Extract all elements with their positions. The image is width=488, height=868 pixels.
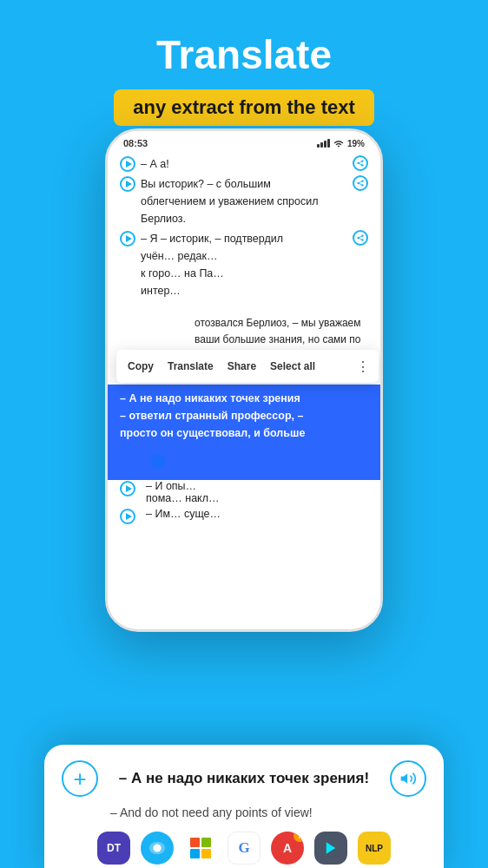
text-content-2: Вы историк? – с большимоблегчением и ува… [141,175,353,227]
app-nlp[interactable]: NLP [358,832,391,865]
card-original-text: – А не надо никаких точек зрения! [110,769,378,788]
app-bubble[interactable] [141,832,174,865]
anytrans-label: A [283,841,292,855]
context-select-all[interactable]: Select all [264,357,321,376]
app-google-translate[interactable]: G [228,832,260,865]
context-translate[interactable]: Translate [162,357,220,376]
context-copy[interactable]: Copy [122,357,160,376]
play-btn-3[interactable] [120,231,135,247]
share-btn-3[interactable] [353,230,368,246]
svg-line-14 [359,238,363,240]
text-line-3: – Я – историк, – подтвердилучён… редак…к… [120,230,368,299]
bubble-icon [148,838,167,858]
svg-line-9 [359,183,363,185]
context-more-icon[interactable]: ⋮ [353,358,373,375]
app-prompt[interactable] [314,832,347,865]
google-g-icon: G [238,839,249,857]
play-btn-5[interactable] [120,509,135,524]
text-line-1: – А а! [120,155,368,173]
svg-marker-17 [326,842,336,854]
app-icons-row: DT G A 7 NLP [62,832,426,865]
text-content-5: – Им… суще… [146,508,221,520]
text-line-2: Вы историк? – с большимоблегчением и ува… [120,175,368,227]
svg-line-4 [359,163,363,165]
text-content-3: – Я – историк, – подтвердилучён… редак…к… [141,230,353,299]
signal-icon [317,139,330,148]
svg-line-13 [359,236,363,238]
play-btn-2[interactable] [120,176,135,192]
wifi-icon [333,139,344,148]
phone-screen: 08:53 19% – [105,128,383,632]
speaker-button[interactable] [390,760,426,797]
header: Translate any extract from the text [0,0,488,141]
status-bar: 08:53 19% [108,131,380,152]
context-share[interactable]: Share [221,357,262,376]
app-anytrans[interactable]: A 7 [271,832,304,865]
ms-grid-icon [190,838,211,858]
battery-text: 19% [347,139,365,148]
prompt-icon [323,840,339,856]
share-btn-1[interactable] [353,155,368,171]
text-content-4: – И опы…пома… накл… [146,480,220,504]
svg-point-16 [153,844,161,852]
card-translated-text: – And do not need any points of view! [62,806,426,819]
svg-line-8 [359,181,363,183]
text-content-1: – А а! [141,155,353,173]
status-time: 08:53 [123,138,148,148]
anytrans-badge: 7 [293,832,304,842]
speaker-icon [399,770,417,787]
share-btn-2[interactable] [353,175,368,191]
highlighted-text: – А не надо никаких точек зрения – ответ… [108,385,380,447]
card-inner: + – А не надо никаких точек зрения! [62,760,426,797]
status-icons: 19% [317,139,365,148]
app-microsoft[interactable] [184,832,217,865]
reader-content: – А а! Вы историк? – с большимоблегчение… [108,152,380,622]
page-title: Translate [17,33,471,77]
app-dt[interactable]: DT [97,832,130,865]
add-button[interactable]: + [62,760,98,797]
svg-line-3 [359,161,363,163]
text-cursor [151,454,165,468]
subtitle-text: any extract from the text [133,96,355,118]
reader-text-area: – А а! Вы историк? – с большимоблегчение… [108,152,380,306]
play-btn-4[interactable] [120,481,135,496]
translation-card: + – А не надо никаких точек зрения! – An… [44,745,444,868]
context-menu: Copy Translate Share Select all ⋮ [116,350,379,383]
subtitle-badge: any extract from the text [114,89,374,126]
nlp-label: NLP [366,844,383,853]
play-btn-1[interactable] [120,156,135,172]
app-dt-label: DT [107,842,121,854]
phone-mockup: 08:53 19% – [105,128,383,632]
post-highlight-text: – И опы…пома… накл… – Им… суще… [120,480,368,524]
